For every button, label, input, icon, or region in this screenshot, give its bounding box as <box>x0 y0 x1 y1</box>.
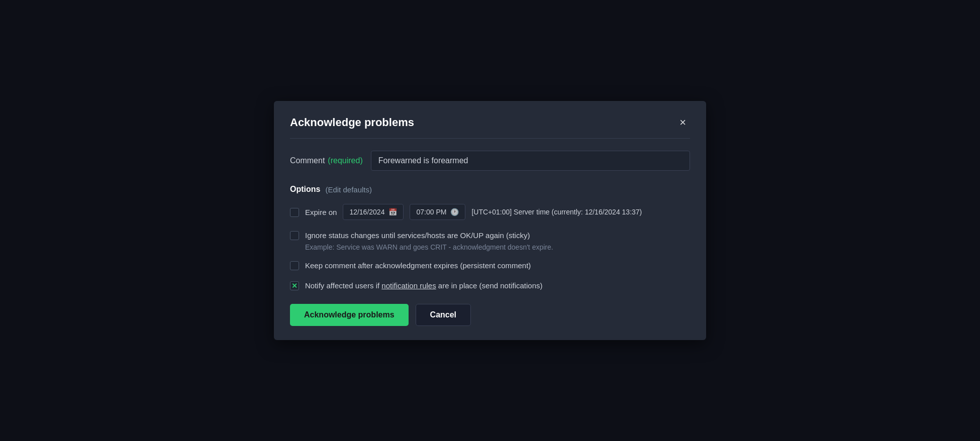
expire-row: Expire on 12/16/2024 📅 07:00 PM 🕐 [UTC+0… <box>290 204 690 220</box>
date-input[interactable]: 12/16/2024 📅 <box>343 204 404 220</box>
acknowledge-dialog: Acknowledge problems × Comment(required)… <box>274 101 706 340</box>
sticky-option-example: Example: Service was WARN and goes CRIT … <box>305 243 553 251</box>
time-value: 07:00 PM <box>416 208 446 216</box>
persistent-checkbox[interactable] <box>290 261 299 270</box>
comment-row: Comment(required) <box>290 151 690 171</box>
persistent-option-label: Keep comment after acknowledgment expire… <box>305 260 531 272</box>
expire-checkbox[interactable] <box>290 208 299 217</box>
options-title: Options <box>290 185 320 194</box>
comment-input[interactable] <box>371 151 690 171</box>
check-mark-icon: ✕ <box>291 282 298 290</box>
expire-label: Expire on <box>305 208 337 216</box>
options-header: Options (Edit defaults) <box>290 185 690 194</box>
persistent-option-row: Keep comment after acknowledgment expire… <box>290 260 690 272</box>
dialog-header: Acknowledge problems × <box>290 115 690 139</box>
notification-rules-link[interactable]: notification rules <box>381 281 436 290</box>
example-text: Service was WARN and goes CRIT - acknowl… <box>336 243 553 251</box>
notify-checkbox[interactable]: ✕ <box>290 281 299 290</box>
clock-icon: 🕐 <box>450 208 459 216</box>
notify-label-before: Notify affected users if <box>305 281 381 290</box>
example-prefix: Example: <box>305 243 334 251</box>
sticky-checkbox[interactable] <box>290 231 299 240</box>
calendar-icon: 📅 <box>388 208 397 216</box>
comment-label: Comment(required) <box>290 156 363 165</box>
sticky-option-row: Ignore status changes until services/hos… <box>290 230 690 251</box>
close-button[interactable]: × <box>675 115 690 130</box>
required-label: (required) <box>328 156 362 165</box>
acknowledge-button[interactable]: Acknowledge problems <box>290 304 409 326</box>
time-input[interactable]: 07:00 PM 🕐 <box>410 204 465 220</box>
notify-option-row: ✕ Notify affected users if notification … <box>290 280 690 292</box>
date-value: 12/16/2024 <box>349 208 384 216</box>
notify-label-after: are in place (send notifications) <box>436 281 543 290</box>
notify-option-label: Notify affected users if notification ru… <box>305 280 542 292</box>
edit-defaults-link[interactable]: (Edit defaults) <box>325 185 372 194</box>
dialog-overlay: Acknowledge problems × Comment(required)… <box>0 0 980 441</box>
dialog-title: Acknowledge problems <box>290 116 414 129</box>
buttons-row: Acknowledge problems Cancel <box>290 304 690 326</box>
sticky-option-text-block: Ignore status changes until services/hos… <box>305 230 553 251</box>
timezone-label: [UTC+01:00] Server time (currently: 12/1… <box>471 208 642 216</box>
cancel-button[interactable]: Cancel <box>416 304 471 326</box>
sticky-option-label: Ignore status changes until services/hos… <box>305 230 553 242</box>
